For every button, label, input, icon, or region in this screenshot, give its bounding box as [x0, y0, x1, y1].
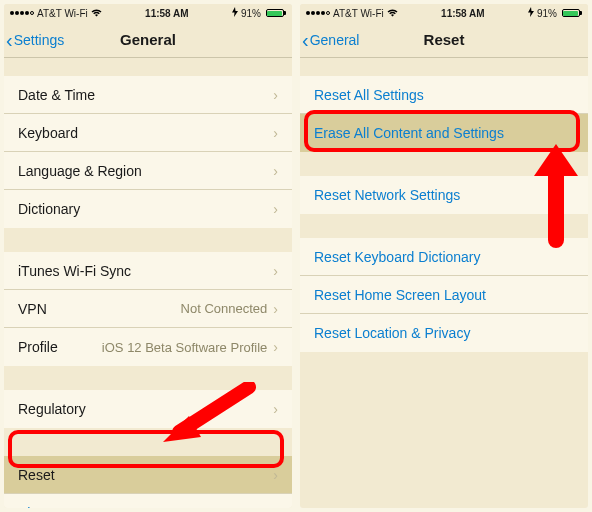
- row-label: Reset Keyboard Dictionary: [314, 249, 574, 265]
- row-reset-location-privacy[interactable]: Reset Location & Privacy: [300, 314, 588, 352]
- back-label: Settings: [14, 32, 65, 48]
- row-label: Date & Time: [18, 87, 273, 103]
- row-label: VPN: [18, 301, 181, 317]
- signal-icon: [306, 11, 330, 15]
- row-label: Reset Network Settings: [314, 187, 574, 203]
- back-button[interactable]: ‹ Settings: [4, 30, 64, 50]
- row-label: Reset All Settings: [314, 87, 574, 103]
- section-reset-1: Reset All Settings Erase All Content and…: [300, 76, 588, 152]
- section-general-3: Regulatory ›: [4, 390, 292, 428]
- row-itunes-wifi-sync[interactable]: iTunes Wi-Fi Sync ›: [4, 252, 292, 290]
- row-label: Shut Down: [18, 505, 278, 508]
- battery-icon: [264, 9, 286, 17]
- chevron-right-icon: ›: [273, 263, 278, 279]
- row-reset-keyboard-dict[interactable]: Reset Keyboard Dictionary: [300, 238, 588, 276]
- row-label: Reset Home Screen Layout: [314, 287, 574, 303]
- row-reset[interactable]: Reset ›: [4, 456, 292, 494]
- row-regulatory[interactable]: Regulatory ›: [4, 390, 292, 428]
- clock: 11:58 AM: [145, 8, 189, 19]
- status-bar: AT&T Wi-Fi 11:58 AM 91%: [300, 4, 588, 22]
- chevron-right-icon: ›: [273, 163, 278, 179]
- row-label: Keyboard: [18, 125, 273, 141]
- clock: 11:58 AM: [441, 8, 485, 19]
- row-detail: Not Connected: [181, 301, 268, 316]
- row-shut-down[interactable]: Shut Down: [4, 494, 292, 508]
- status-bar: AT&T Wi-Fi 11:58 AM 91%: [4, 4, 292, 22]
- row-reset-home-layout[interactable]: Reset Home Screen Layout: [300, 276, 588, 314]
- charging-icon: [528, 7, 534, 19]
- battery-icon: [560, 9, 582, 17]
- row-detail: iOS 12 Beta Software Profile: [102, 340, 267, 355]
- row-dictionary[interactable]: Dictionary ›: [4, 190, 292, 228]
- carrier-label: AT&T Wi-Fi: [37, 8, 88, 19]
- row-label: Profile: [18, 339, 102, 355]
- section-general-1: Date & Time › Keyboard › Language & Regi…: [4, 76, 292, 228]
- row-date-time[interactable]: Date & Time ›: [4, 76, 292, 114]
- section-general-4: Reset › Shut Down: [4, 456, 292, 508]
- section-reset-3: Reset Keyboard Dictionary Reset Home Scr…: [300, 238, 588, 352]
- row-erase-all-content[interactable]: Erase All Content and Settings: [300, 114, 588, 152]
- chevron-right-icon: ›: [273, 87, 278, 103]
- row-keyboard[interactable]: Keyboard ›: [4, 114, 292, 152]
- chevron-right-icon: ›: [273, 467, 278, 483]
- row-label: Reset Location & Privacy: [314, 325, 574, 341]
- section-reset-2: Reset Network Settings: [300, 176, 588, 214]
- nav-bar: ‹ Settings General: [4, 22, 292, 58]
- battery-pct: 91%: [537, 8, 557, 19]
- phone-general: AT&T Wi-Fi 11:58 AM 91% ‹ Settings Gener…: [4, 4, 292, 508]
- wifi-icon: [387, 8, 398, 19]
- row-label: Dictionary: [18, 201, 273, 217]
- row-profile[interactable]: Profile iOS 12 Beta Software Profile ›: [4, 328, 292, 366]
- carrier-label: AT&T Wi-Fi: [333, 8, 384, 19]
- row-label: Reset: [18, 467, 273, 483]
- signal-icon: [10, 11, 34, 15]
- row-vpn[interactable]: VPN Not Connected ›: [4, 290, 292, 328]
- chevron-right-icon: ›: [273, 125, 278, 141]
- row-reset-network[interactable]: Reset Network Settings: [300, 176, 588, 214]
- chevron-right-icon: ›: [273, 401, 278, 417]
- row-label: Erase All Content and Settings: [314, 125, 574, 141]
- section-general-2: iTunes Wi-Fi Sync › VPN Not Connected › …: [4, 252, 292, 366]
- chevron-left-icon: ‹: [302, 30, 309, 50]
- charging-icon: [232, 7, 238, 19]
- back-button[interactable]: ‹ General: [300, 30, 359, 50]
- phone-reset: AT&T Wi-Fi 11:58 AM 91% ‹ General Reset …: [300, 4, 588, 508]
- wifi-icon: [91, 8, 102, 19]
- row-label: Language & Region: [18, 163, 273, 179]
- row-language-region[interactable]: Language & Region ›: [4, 152, 292, 190]
- nav-bar: ‹ General Reset: [300, 22, 588, 58]
- row-reset-all-settings[interactable]: Reset All Settings: [300, 76, 588, 114]
- chevron-right-icon: ›: [273, 339, 278, 355]
- back-label: General: [310, 32, 360, 48]
- chevron-right-icon: ›: [273, 201, 278, 217]
- row-label: iTunes Wi-Fi Sync: [18, 263, 273, 279]
- chevron-right-icon: ›: [273, 301, 278, 317]
- chevron-left-icon: ‹: [6, 30, 13, 50]
- battery-pct: 91%: [241, 8, 261, 19]
- row-label: Regulatory: [18, 401, 273, 417]
